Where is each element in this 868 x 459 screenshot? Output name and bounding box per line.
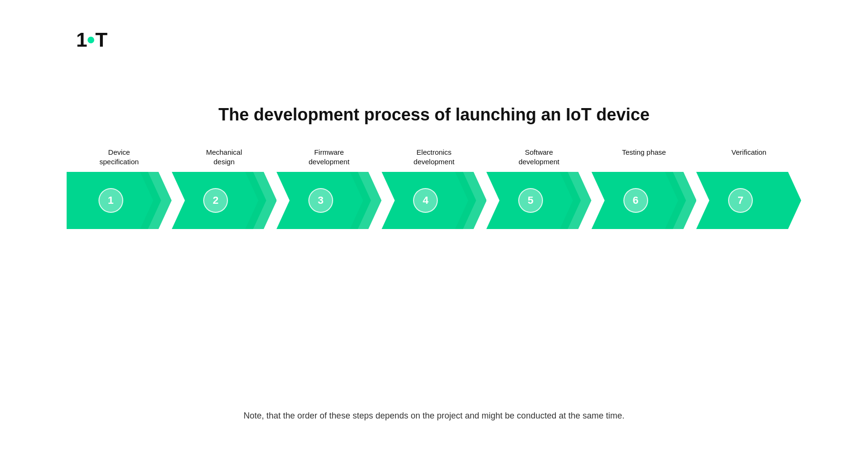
page-title: The development process of launching an … <box>0 105 868 125</box>
label-step-3: Firmwaredevelopment <box>276 148 382 166</box>
step-number-3: 3 <box>308 188 333 213</box>
arrow-step-3: 3 <box>276 172 382 229</box>
arrow-step-5: 5 <box>486 172 592 229</box>
note-text: Note, that the order of these steps depe… <box>0 411 868 421</box>
process-diagram: DevicespecificationMechanicaldesignFirmw… <box>67 148 801 229</box>
logo-dot-icon <box>88 37 94 43</box>
labels-row: DevicespecificationMechanicaldesignFirmw… <box>67 148 801 166</box>
logo: 1 T <box>76 29 107 51</box>
step-number-6: 6 <box>623 188 648 213</box>
step-number-4: 4 <box>413 188 438 213</box>
label-step-6: Testing phase <box>592 148 697 166</box>
arrow-step-7: 7 <box>696 172 801 229</box>
label-step-1: Devicespecification <box>67 148 172 166</box>
arrow-step-2: 2 <box>172 172 277 229</box>
label-step-7: Verification <box>696 148 801 166</box>
arrow-step-6: 6 <box>592 172 697 229</box>
step-number-7: 7 <box>728 188 753 213</box>
label-step-2: Mechanicaldesign <box>172 148 277 166</box>
logo-text-1: 1 <box>76 29 87 51</box>
label-step-5: Softwaredevelopment <box>486 148 592 166</box>
step-number-2: 2 <box>203 188 228 213</box>
arrow-step-4: 4 <box>382 172 487 229</box>
step-number-1: 1 <box>99 188 123 213</box>
arrow-step-1: 1 <box>67 172 172 229</box>
step-number-5: 5 <box>518 188 543 213</box>
label-step-4: Electronicsdevelopment <box>382 148 487 166</box>
logo-text-2: T <box>95 29 107 51</box>
arrows-row: 1234567 <box>67 172 801 229</box>
